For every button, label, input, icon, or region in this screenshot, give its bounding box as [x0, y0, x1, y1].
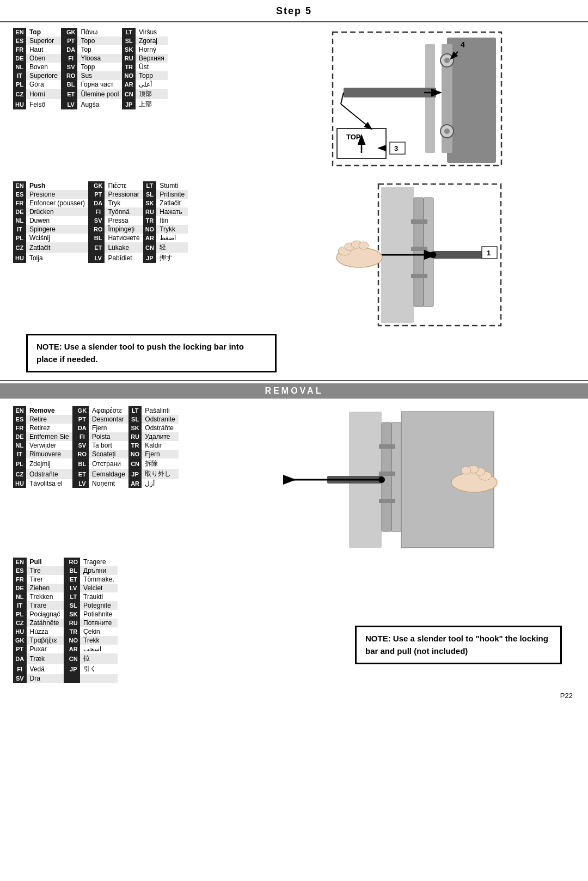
svg-rect-40 [379, 444, 395, 449]
svg-point-5 [444, 58, 450, 63]
pull-note-row: ENPullROTragereESTireBLДръпниFRTirerETTõ… [0, 555, 588, 688]
top-diagram-svg: 4 TOP 3 [246, 28, 507, 169]
pull-table-container: ENPullROTragereESTireBLДръпниFRTirerETTõ… [13, 558, 118, 683]
push-diagram-area: 1 [198, 181, 575, 328]
svg-rect-1 [447, 38, 496, 163]
push-section: ENPushGKΠιέστεLTStumtiESPresionePTPressi… [0, 176, 588, 331]
push-diagram-svg: 1 [270, 181, 504, 328]
remove-translation-table: ENRemoveGKΑφαιρέστεLTPašalintiESRetirePT… [13, 406, 179, 488]
svg-text:1: 1 [487, 249, 491, 257]
top-table-container: ENTopGKΠάνωLTViršusESSuperiorPTTopoSLZgo… [13, 28, 168, 109]
removal-section: REMOVAL ENRemoveGKΑφαιρέστεLTPašalintiES… [0, 380, 588, 688]
svg-rect-26 [411, 274, 427, 278]
remove-table-container: ENRemoveGKΑφαιρέστεLTPašalintiESRetirePT… [13, 406, 179, 488]
svg-rect-3 [425, 44, 435, 153]
svg-rect-22 [414, 198, 424, 307]
remove-diagram-svg: 1 [265, 406, 499, 553]
svg-point-31 [430, 252, 436, 258]
svg-rect-25 [411, 247, 427, 251]
svg-point-7 [444, 129, 450, 134]
svg-rect-41 [379, 472, 395, 476]
svg-line-19 [341, 104, 371, 129]
note-push-box: NOTE: Use a slender tool to push the loc… [26, 334, 277, 372]
remove-section-row: ENRemoveGKΑφαιρέστεLTPašalintiESRetirePT… [0, 401, 588, 555]
svg-point-36 [359, 242, 369, 249]
note-pull-area: NOTE: Use a slender tool to "hook" the l… [131, 622, 575, 683]
step-header: Step 5 [0, 0, 588, 22]
top-translation-table: ENTopGKΠάνωLTViršusESSuperiorPTTopoSLZgo… [13, 28, 168, 109]
top-section: ENTopGKΠάνωLTViršusESSuperiorPTTopoSLZgo… [0, 22, 588, 172]
top-diagram-area: 4 TOP 3 [177, 28, 575, 169]
remove-diagram-area: 1 [188, 406, 575, 553]
pull-translation-table: ENPullROTragereESTireBLДръпниFRTirerETTõ… [13, 558, 118, 683]
svg-point-54 [461, 467, 471, 474]
svg-rect-24 [411, 219, 427, 224]
svg-text:TOP: TOP [346, 133, 361, 141]
removal-header: REMOVAL [0, 383, 588, 399]
push-table-container: ENPushGKΠιέστεLTStumtiESPresionePTPressi… [13, 181, 188, 263]
svg-text:4: 4 [461, 40, 465, 49]
push-translation-table: ENPushGKΠιέστεLTStumtiESPresionePTPressi… [13, 181, 188, 263]
svg-rect-8 [344, 88, 436, 97]
svg-text:3: 3 [394, 144, 398, 152]
svg-rect-42 [379, 499, 395, 503]
note-push-container: NOTE: Use a slender tool to push the loc… [13, 334, 575, 372]
svg-line-18 [341, 93, 344, 104]
svg-point-45 [378, 476, 385, 483]
note-pull-box: NOTE: Use a slender tool to "hook" the l… [355, 626, 562, 664]
svg-rect-39 [391, 423, 401, 531]
page-number: P22 [0, 688, 588, 703]
